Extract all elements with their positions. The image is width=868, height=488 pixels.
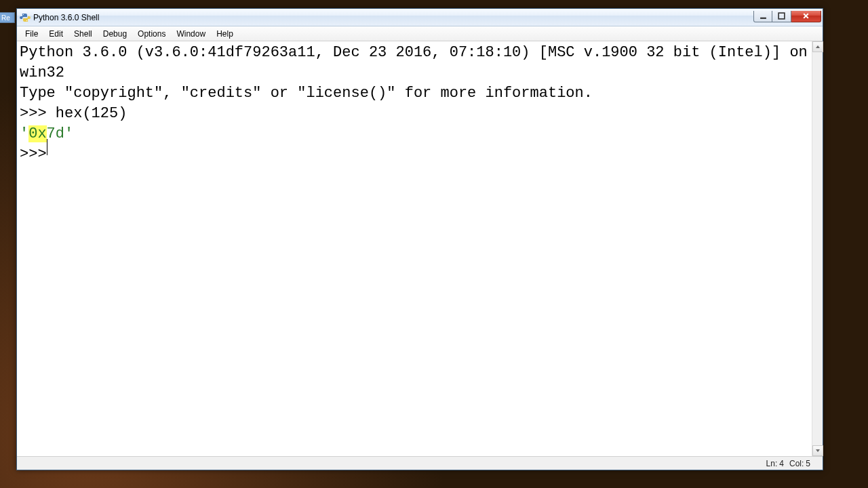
output-rest: 7d	[47, 125, 64, 142]
maximize-button[interactable]	[772, 11, 791, 22]
partial-window-fragment: Re	[0, 12, 15, 23]
menu-edit[interactable]: Edit	[43, 28, 68, 40]
svg-point-0	[23, 14, 24, 14]
svg-rect-2	[760, 18, 766, 19]
menubar: File Edit Shell Debug Options Window Hel…	[17, 26, 823, 41]
output-highlighted: 0x	[28, 125, 46, 142]
status-ln-label: Ln:	[766, 459, 778, 468]
menu-options[interactable]: Options	[132, 28, 171, 40]
banner-line-2: Type "copyright", "credits" or "license(…	[20, 85, 593, 102]
menu-shell[interactable]: Shell	[68, 28, 98, 40]
close-button[interactable]	[791, 11, 821, 22]
input-code: hex(125)	[56, 105, 127, 122]
desktop-background: Re Python 3.6.0 Shell	[0, 0, 868, 488]
status-ln-value: 4	[779, 459, 784, 468]
status-col-label: Col:	[789, 459, 804, 468]
scroll-down-button[interactable]	[812, 445, 823, 456]
prompt: >>>	[20, 105, 56, 122]
minimize-button[interactable]	[753, 11, 772, 22]
menu-file[interactable]: File	[20, 28, 43, 40]
scroll-up-button[interactable]	[812, 41, 823, 52]
menu-help[interactable]: Help	[211, 28, 239, 40]
output-quote-close: '	[64, 125, 73, 142]
prompt-empty: >>>	[20, 146, 56, 163]
python-icon	[20, 12, 31, 23]
menu-window[interactable]: Window	[171, 28, 211, 40]
window-controls	[753, 11, 823, 24]
status-col-value: 5	[806, 459, 810, 468]
statusbar: Ln: 4 Col: 5	[17, 456, 823, 470]
vertical-scrollbar[interactable]	[812, 41, 823, 456]
titlebar[interactable]: Python 3.6.0 Shell	[17, 9, 823, 26]
svg-rect-3	[778, 13, 785, 19]
output-quote-open: '	[20, 125, 28, 142]
svg-point-1	[26, 20, 27, 20]
banner-line-1: Python 3.6.0 (v3.6.0:41df79263a11, Dec 2…	[20, 44, 812, 81]
window-title: Python 3.6.0 Shell	[33, 13, 753, 22]
shell-text[interactable]: Python 3.6.0 (v3.6.0:41df79263a11, Dec 2…	[17, 41, 812, 456]
content-area: Python 3.6.0 (v3.6.0:41df79263a11, Dec 2…	[17, 41, 823, 456]
idle-shell-window: Python 3.6.0 Shell File Edit Shell Debug…	[16, 8, 823, 470]
menu-debug[interactable]: Debug	[98, 28, 132, 40]
